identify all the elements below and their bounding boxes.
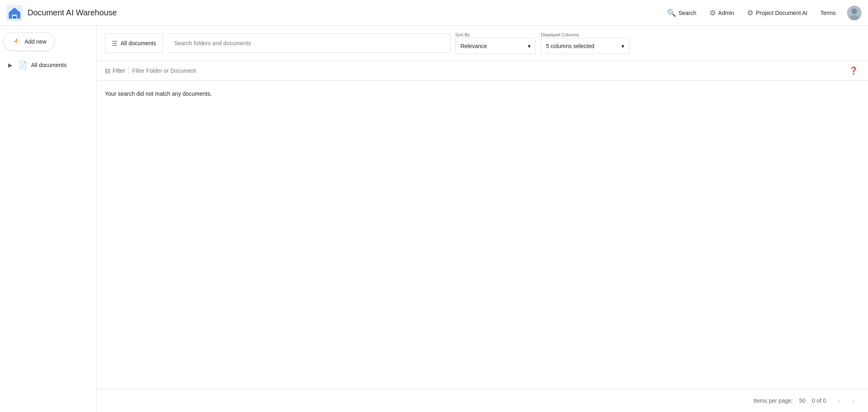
search-input[interactable] [168,34,450,53]
filter-list-icon: ☰ [112,40,117,47]
search-nav-label: Search [678,10,696,16]
app-logo-icon [6,5,23,21]
top-navigation: Document AI Warehouse 🔍 Search ⚙ Admin ⚙… [0,0,868,26]
sort-by-dropdown-icon: ▾ [528,43,531,49]
all-documents-filter-button[interactable]: ☰ All documents [105,34,163,53]
items-per-page-value: 50 [799,397,805,404]
sort-area: Sort By Relevance ▾ [455,32,536,54]
app-title: Document AI Warehouse [27,8,117,17]
terms-nav-button[interactable]: Terms [816,6,841,19]
empty-state: Your search did not match any documents. [97,81,868,389]
add-new-label: Add new [25,38,46,45]
chevron-right-icon: ▶ [8,62,13,68]
filter-button[interactable]: ⊟ Filter [105,67,125,75]
displayed-columns-select[interactable]: 5 columns selected ▾ [541,38,630,54]
terms-nav-label: Terms [820,10,836,16]
filter-bar: ⊟ Filter ❓ [97,61,868,81]
pagination-navigation: ‹ › [832,394,860,407]
search-input-wrapper [168,34,450,53]
filter-divider [128,66,129,76]
logo-area: Document AI Warehouse [6,5,117,21]
all-documents-btn-label: All documents [121,40,156,46]
add-new-button[interactable]: Add new [3,32,55,51]
search-nav-icon: 🔍 [667,8,676,17]
user-avatar[interactable] [847,6,862,20]
sort-by-select[interactable]: Relevance ▾ [455,38,536,54]
svg-rect-1 [13,16,16,19]
displayed-columns-label: Displayed Columns [541,32,630,37]
items-per-page-label: Items per page: [753,397,793,404]
displayed-columns-dropdown-icon: ▾ [621,43,624,49]
project-nav-label: Project Document AI [756,10,807,16]
project-nav-button[interactable]: ⚙ Project Document AI [742,5,812,21]
main-layout: Add new ▶ 📄 All documents ☰ All document… [0,26,868,412]
project-nav-icon: ⚙ [747,8,753,17]
help-icon: ❓ [849,66,858,75]
add-new-icon [12,37,21,46]
empty-state-message: Your search did not match any documents. [105,90,212,97]
search-nav-button[interactable]: 🔍 Search [662,5,701,21]
sort-by-label: Sort By [455,32,536,37]
admin-nav-button[interactable]: ⚙ Admin [705,5,739,21]
prev-page-button[interactable]: ‹ [832,394,845,407]
nav-items: 🔍 Search ⚙ Admin ⚙ Project Document AI T… [662,5,862,21]
content-area: ☰ All documents Sort By Relevance ▾ Disp… [97,26,868,412]
sort-by-value: Relevance [460,43,487,49]
page-count: 0 of 0 [812,397,826,404]
filter-label: Filter [113,67,125,74]
sidebar: Add new ▶ 📄 All documents [0,26,97,412]
search-bar-area: ☰ All documents Sort By Relevance ▾ Disp… [97,26,868,61]
displayed-columns-value: 5 columns selected [546,43,594,49]
admin-nav-icon: ⚙ [709,8,716,17]
svg-point-3 [851,8,857,14]
help-button[interactable]: ❓ [847,64,860,77]
next-page-button[interactable]: › [847,394,860,407]
pagination-bar: Items per page: 50 0 of 0 ‹ › [97,389,868,412]
filter-input[interactable] [132,67,844,74]
sidebar-item-label: All documents [31,62,67,68]
document-icon: 📄 [18,61,27,69]
filter-icon: ⊟ [105,67,110,75]
columns-area: Displayed Columns 5 columns selected ▾ [541,32,630,54]
sidebar-item-all-documents[interactable]: ▶ 📄 All documents [3,57,93,73]
admin-nav-label: Admin [718,10,734,16]
